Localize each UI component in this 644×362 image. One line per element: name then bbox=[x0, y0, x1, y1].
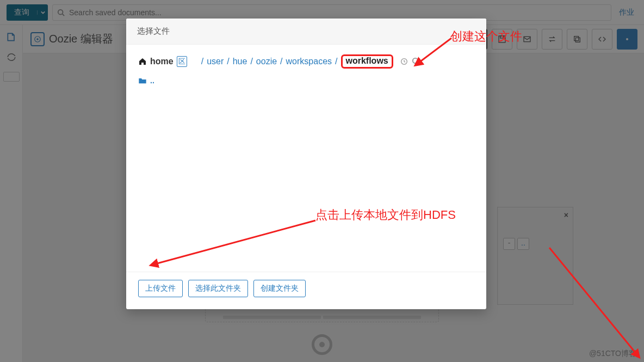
modal-body: home 区 / user / hue / oozie / workspaces… bbox=[126, 45, 486, 272]
file-chooser-modal: 选择文件 home 区 / user / hue / oozie / works… bbox=[126, 19, 486, 309]
current-folder-highlight: workflows bbox=[341, 54, 393, 69]
modal-footer: 上传文件 选择此文件夹 创建文件夹 bbox=[126, 272, 486, 309]
upload-file-button[interactable]: 上传文件 bbox=[138, 280, 183, 297]
crumb-oozie[interactable]: oozie bbox=[256, 57, 277, 66]
breadcrumb-home[interactable]: home bbox=[138, 57, 174, 66]
history-icon[interactable] bbox=[400, 57, 408, 66]
svg-point-11 bbox=[413, 58, 418, 63]
folder-icon bbox=[138, 77, 147, 84]
parent-folder-link[interactable]: .. bbox=[138, 76, 474, 85]
create-folder-button[interactable]: 创建文件夹 bbox=[253, 280, 306, 297]
select-folder-button[interactable]: 选择此文件夹 bbox=[188, 280, 248, 297]
crumb-current: workflows bbox=[346, 56, 388, 65]
breadcrumb: home 区 / user / hue / oozie / workspaces… bbox=[138, 54, 474, 69]
svg-line-12 bbox=[417, 63, 419, 65]
modal-title: 选择文件 bbox=[126, 19, 486, 45]
search-crumb-icon[interactable] bbox=[412, 57, 420, 65]
home-icon bbox=[138, 57, 147, 66]
crumb-user[interactable]: user bbox=[207, 57, 224, 66]
crumb-hue[interactable]: hue bbox=[233, 57, 247, 66]
crumb-workspaces[interactable]: workspaces bbox=[286, 57, 332, 66]
zone-chip[interactable]: 区 bbox=[177, 56, 187, 67]
